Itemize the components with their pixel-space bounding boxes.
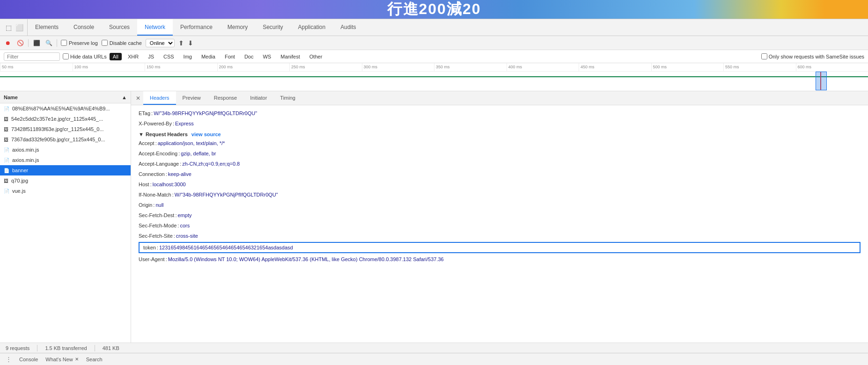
preserve-log-checkbox[interactable]: Preserve log [61, 40, 98, 46]
tab-network[interactable]: Network [137, 19, 173, 36]
type-btn-media[interactable]: Media [198, 53, 219, 60]
samesite-text: Only show requests with SameSite issues [769, 54, 864, 59]
console-bar-menu-icon[interactable]: ⋮ [6, 356, 12, 363]
sec-fetch-mode-name: Sec-Fetch-Mode [139, 221, 177, 230]
toolbar-divider-1 [28, 39, 29, 47]
toolbar-divider-2 [57, 39, 57, 47]
tab-console[interactable]: Console [66, 19, 102, 36]
tab-memory[interactable]: Memory [220, 19, 255, 36]
samesite-label[interactable]: Only show requests with SameSite issues [761, 53, 864, 59]
filter-icon[interactable]: ⬛ [32, 39, 41, 47]
main-content: Name ▲ 📄 08%E8%87%AA%E5%AE%9A%E4%B9... 🖼… [0, 91, 868, 343]
origin-name: Origin [139, 201, 152, 209]
file-list-title: Name [4, 95, 18, 100]
accept-value: application/json, text/plain, */* [158, 139, 225, 147]
type-btn-all[interactable]: All [110, 53, 122, 60]
timeline-area[interactable]: 50 ms 100 ms 150 ms 200 ms 250 ms 300 ms… [0, 63, 868, 91]
sec-fetch-dest-name: Sec-Fetch-Dest [139, 211, 174, 219]
import-button[interactable]: ⬆ [178, 39, 184, 47]
tab-performance[interactable]: Performance [173, 19, 220, 36]
hide-data-urls-checkbox[interactable]: Hide data URLs [63, 53, 107, 59]
console-bar-console[interactable]: Console [19, 357, 38, 362]
user-agent-value: Mozilla/5.0 (Windows NT 10.0; WOW64) App… [168, 255, 444, 263]
sec-fetch-mode-header-row: Sec-Fetch-Mode : cors [139, 221, 861, 230]
tab-security[interactable]: Security [255, 19, 290, 36]
export-button[interactable]: ⬇ [188, 39, 193, 47]
accept-language-value: zh-CN,zh;q=0.9,en;q=0.8 [182, 160, 240, 168]
if-none-match-header-row: If-None-Match : W/"34b-98RFHQYYkPGNjPfIf… [139, 190, 861, 199]
filter-input[interactable] [4, 52, 60, 61]
whats-new-label: What's New [45, 357, 73, 362]
type-btn-img[interactable]: Img [180, 53, 195, 60]
file-item-9[interactable]: 📄 vue.js [0, 186, 131, 196]
file-item-7[interactable]: 📄 banner [0, 165, 131, 175]
type-btn-font[interactable]: Font [221, 53, 238, 60]
sec-fetch-dest-value: empty [177, 211, 191, 219]
console-bar-whats-new[interactable]: What's New ✕ [45, 357, 78, 362]
file-name-8: q70.jpg [11, 178, 28, 183]
accept-encoding-value: gzip, deflate, br [181, 149, 216, 158]
disable-cache-label: Disable cache [110, 40, 142, 46]
accept-encoding-header-row: Accept-Encoding : gzip, deflate, br [139, 149, 861, 158]
ruler-mark-11: 600 ms [796, 63, 868, 71]
origin-header-row: Origin : null [139, 201, 861, 209]
tab-list: Elements Console Sources Network Perform… [28, 19, 364, 36]
x-powered-by-header-row: X-Powered-By : Express [139, 119, 861, 128]
hide-data-urls-input[interactable] [63, 53, 69, 59]
device-icon[interactable]: ⬜ [15, 24, 23, 31]
file-item-4[interactable]: 🖼 7367dad332fe905b.jpg!cr_1125x445_0... [0, 134, 131, 145]
file-item-2[interactable]: 🖼 54e2c5dd2c357e1e.jpg!cr_1125x445_... [0, 114, 131, 124]
user-agent-name: User-Agent [139, 255, 165, 263]
requests-count: 9 requests [6, 345, 29, 351]
detail-tab-preview[interactable]: Preview [176, 91, 207, 105]
tab-sources[interactable]: Sources [102, 19, 137, 36]
origin-value: null [155, 201, 163, 209]
ruler-mark-3: 200 ms [217, 63, 290, 71]
file-item-1[interactable]: 📄 08%E8%87%AA%E5%AE%9A%E4%B9... [0, 103, 131, 114]
detail-tab-headers[interactable]: Headers [143, 91, 176, 105]
type-btn-other[interactable]: Other [306, 53, 326, 60]
file-item-3[interactable]: 🖼 73428f511893f63e.jpg!cr_1125x445_0... [0, 124, 131, 134]
type-btn-js[interactable]: JS [145, 53, 157, 60]
x-powered-by-value: Express [175, 119, 194, 128]
detail-tab-initiator[interactable]: Initiator [243, 91, 273, 105]
file-name-6: axios.min.js [12, 157, 39, 163]
detail-panel: ✕ Headers Preview Response Initiator Tim… [131, 91, 868, 343]
disable-cache-input[interactable] [102, 40, 108, 46]
ruler-mark-6: 350 ms [434, 63, 507, 71]
file-name-5: axios.min.js [12, 147, 39, 153]
detail-close-button[interactable]: ✕ [133, 95, 143, 102]
disable-cache-checkbox[interactable]: Disable cache [102, 40, 142, 46]
console-bar-search[interactable]: Search [86, 357, 103, 362]
console-bar: ⋮ Console What's New ✕ Search [0, 353, 868, 365]
file-item-6[interactable]: 📄 axios.min.js [0, 155, 131, 165]
throttle-select[interactable]: Online [146, 39, 175, 47]
file-icon-4: 🖼 [4, 137, 8, 142]
host-value: localhost:3000 [153, 180, 186, 189]
detail-tab-timing[interactable]: Timing [273, 91, 302, 105]
type-btn-css[interactable]: CSS [160, 53, 177, 60]
tab-application[interactable]: Application [291, 19, 333, 36]
type-btn-doc[interactable]: Doc [241, 53, 257, 60]
search-icon[interactable]: 🔍 [44, 39, 53, 47]
devtools-panel: ⬚ ⬜ Elements Console Sources Network Per… [0, 19, 868, 365]
banner: 行進200減20 [0, 0, 868, 19]
accept-language-name: Accept-Language [139, 160, 179, 168]
tab-audits[interactable]: Audits [333, 19, 363, 36]
file-item-5[interactable]: 📄 axios.min.js [0, 145, 131, 155]
detail-tab-response[interactable]: Response [207, 91, 244, 105]
whats-new-close-icon[interactable]: ✕ [75, 357, 79, 362]
inspect-icon[interactable]: ⬚ [6, 24, 12, 31]
file-item-8[interactable]: 🖼 q70.jpg [0, 175, 131, 186]
sort-icon[interactable]: ▲ [122, 95, 127, 100]
request-headers-section[interactable]: ▼ Request Headers view source [139, 131, 861, 137]
samesite-checkbox[interactable] [761, 53, 767, 59]
type-btn-ws[interactable]: WS [259, 53, 274, 60]
view-source-link[interactable]: view source [191, 131, 221, 137]
type-btn-manifest[interactable]: Manifest [277, 53, 303, 60]
preserve-log-input[interactable] [61, 40, 67, 46]
tab-elements[interactable]: Elements [28, 19, 66, 36]
type-btn-xhr[interactable]: XHR [125, 53, 142, 60]
clear-button[interactable]: 🚫 [16, 39, 24, 47]
record-stop-button[interactable]: ⏺ [4, 39, 12, 47]
